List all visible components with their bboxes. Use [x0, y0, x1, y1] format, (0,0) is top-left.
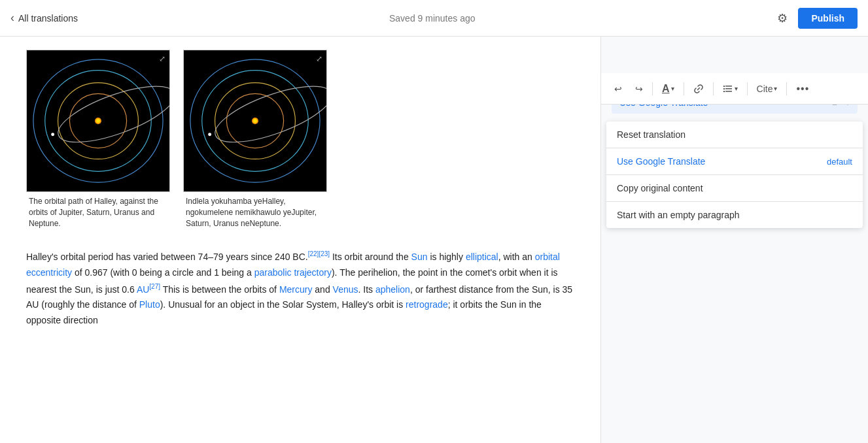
toolbar-separator-2 [684, 82, 684, 95]
article-text-p7: This is between the orbits of [160, 284, 279, 294]
settings-button[interactable]: ⚙ [773, 7, 791, 29]
right-image-card: ⤢ Indlela yokuhamba yeHalley, ngokumelen… [183, 50, 327, 233]
dropdown-reset-label: Reset translation [617, 129, 686, 140]
right-panel: ↩ ↪ A ▾ ▾ [601, 37, 868, 443]
svg-rect-19 [725, 86, 732, 87]
article-text-p3: is highly [428, 252, 466, 262]
right-image-box: ⤢ [183, 50, 327, 192]
link-elliptical[interactable]: elliptical [466, 252, 498, 262]
main-area: ⤢ The orbital path of Halley, against th… [0, 37, 868, 443]
dropdown-item-empty[interactable]: Start with an empty paragraph [606, 202, 863, 228]
article-text: Halley's orbital period has varied betwe… [26, 248, 574, 328]
back-button[interactable]: ‹ All translations [10, 11, 78, 25]
content-area: ⤢ The orbital path of Halley, against th… [0, 37, 601, 443]
cite-label: Cite [757, 84, 773, 94]
expand-icon-right[interactable]: ⤢ [316, 54, 322, 63]
publish-button[interactable]: Publish [798, 8, 858, 29]
article-text-p9: . Its [358, 284, 375, 294]
svg-point-17 [208, 133, 211, 136]
dropdown-menu: Reset translation Use Google Translate d… [606, 122, 863, 228]
article-text-p8: and [312, 284, 332, 294]
article-text-p1: Halley's orbital period has varied betwe… [26, 252, 308, 262]
dropdown-copy-label: Copy original content [617, 183, 703, 193]
svg-point-7 [96, 119, 100, 123]
left-image-box: ⤢ [26, 50, 170, 192]
toolbar-separator-4 [747, 82, 748, 95]
saved-status: Saved 9 minutes ago [91, 13, 773, 24]
more-icon: ••• [796, 83, 809, 95]
article-text-p4: , with an [498, 252, 535, 262]
link-button[interactable] [688, 80, 709, 98]
svg-rect-22 [723, 91, 725, 92]
left-image-caption: The orbital path of Halley, against the … [26, 192, 170, 233]
link-sun[interactable]: Sun [411, 252, 428, 262]
more-button[interactable]: ••• [791, 79, 814, 99]
svg-rect-21 [725, 88, 732, 90]
link-retrograde[interactable]: retrograde [406, 299, 448, 310]
dropdown-default-badge: default [827, 157, 852, 167]
link-venus[interactable]: Venus [333, 284, 358, 294]
right-orbit-svg [184, 50, 326, 191]
expand-icon-left[interactable]: ⤢ [159, 54, 165, 63]
article-text-p2: Its orbit around the [330, 252, 411, 262]
left-orbit-svg [27, 50, 169, 191]
left-image-card: ⤢ The orbital path of Halley, against th… [26, 50, 170, 233]
text-format-button[interactable]: A ▾ [657, 79, 680, 99]
redo-button[interactable]: ↪ [630, 80, 648, 98]
editor-toolbar: ↩ ↪ A ▾ ▾ [601, 73, 868, 105]
toolbar-separator-3 [713, 82, 714, 95]
dropdown-item-google[interactable]: Use Google Translate default [606, 148, 863, 174]
list-button[interactable]: ▾ [718, 80, 743, 98]
link-mercury[interactable]: Mercury [279, 284, 313, 294]
article-superscript-1[interactable]: [22][23] [308, 250, 330, 257]
article-text-p11: ). Unusual for an object in the Solar Sy… [160, 299, 406, 310]
dropdown-item-copy[interactable]: Copy original content [606, 175, 863, 201]
undo-button[interactable]: ↩ [609, 80, 627, 98]
right-image-caption: Indlela yokuhamba yeHalley, ngokumelene … [183, 192, 327, 233]
svg-rect-18 [723, 86, 725, 87]
svg-rect-23 [725, 91, 732, 92]
dropdown-google-label: Use Google Translate [617, 156, 705, 167]
dropdown-item-reset[interactable]: Reset translation [606, 122, 863, 148]
list-icon [723, 84, 733, 94]
cite-chevron: ▾ [774, 85, 777, 92]
toolbar-separator-5 [786, 82, 787, 95]
link-parabolic[interactable]: parabolic trajectory [254, 267, 332, 278]
link-pluto[interactable]: Pluto [139, 299, 160, 310]
top-bar: ‹ All translations Saved 9 minutes ago ⚙… [0, 0, 868, 37]
back-arrow-icon: ‹ [10, 11, 14, 25]
svg-point-8 [51, 133, 54, 136]
article-text-p5: of 0.967 (with 0 being a circle and 1 be… [72, 267, 254, 278]
svg-point-16 [253, 119, 257, 123]
cite-button[interactable]: Cite ▾ [752, 80, 783, 98]
toolbar-separator-1 [652, 82, 653, 95]
link-aphelion[interactable]: aphelion [375, 284, 410, 294]
images-row: ⤢ The orbital path of Halley, against th… [26, 50, 574, 233]
dropdown-empty-label: Start with an empty paragraph [617, 210, 740, 220]
svg-rect-20 [723, 88, 725, 90]
article-superscript-2[interactable]: [27] [149, 283, 160, 290]
link-icon [693, 84, 704, 94]
back-label: All translations [18, 13, 78, 24]
link-au[interactable]: AU [137, 284, 149, 294]
